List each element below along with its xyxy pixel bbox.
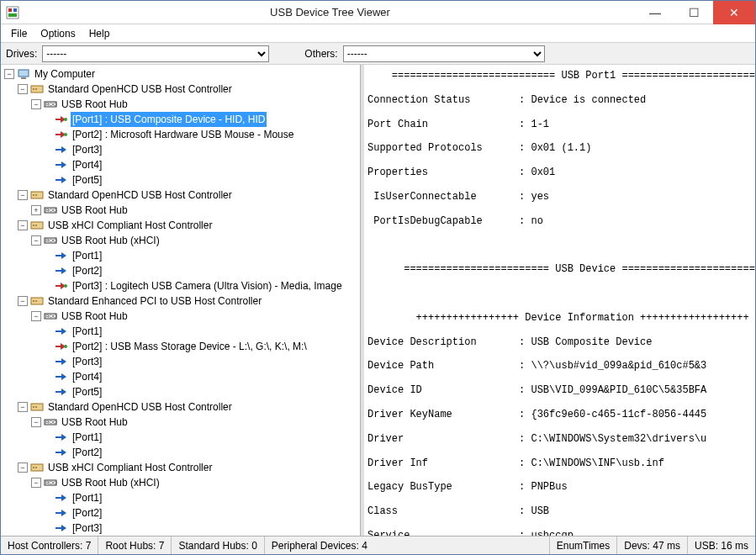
tree-port[interactable]: [Port4] xyxy=(3,157,360,172)
tree-port[interactable]: [Port2] xyxy=(3,263,360,278)
detail-line: Port Chain : 1-1 xyxy=(367,119,752,130)
port-icon xyxy=(55,143,68,156)
drives-select[interactable]: ------ xyxy=(42,45,269,62)
tree-port[interactable]: [Port1] xyxy=(3,490,360,505)
tree-host-controller[interactable]: − USB xHCI Compliant Host Controller xyxy=(3,460,360,475)
tree-label: USB Root Hub (xHCI) xyxy=(60,233,161,248)
controller-icon xyxy=(30,400,44,414)
tree-port[interactable]: [Port5] xyxy=(3,384,360,399)
expander-icon[interactable]: − xyxy=(18,190,28,200)
tree-root-hub[interactable]: − USB Root Hub xyxy=(3,97,360,112)
tree-port[interactable]: [Port2] xyxy=(3,445,360,460)
tree-port[interactable]: [Port4] xyxy=(3,369,360,384)
content: − My Computer − Standard OpenHCD USB Hos… xyxy=(1,65,755,536)
tree-pane[interactable]: − My Computer − Standard OpenHCD USB Hos… xyxy=(1,65,361,536)
expander-icon[interactable]: − xyxy=(18,84,28,94)
menubar: File Options Help xyxy=(1,24,755,43)
expander-icon[interactable]: − xyxy=(18,462,28,473)
expander-icon[interactable]: − xyxy=(18,402,28,412)
device-tree: − My Computer − Standard OpenHCD USB Hos… xyxy=(3,66,360,536)
port-icon xyxy=(55,325,68,338)
tree-label: Standard OpenHCD USB Host Controller xyxy=(46,188,234,203)
tree-host-controller[interactable]: − Standard OpenHCD USB Host Controller xyxy=(3,82,360,97)
hub-icon xyxy=(44,98,57,111)
tree-root-hub[interactable]: − USB Root Hub xyxy=(3,415,360,430)
drives-label: Drives: xyxy=(6,48,37,60)
expander-icon[interactable]: − xyxy=(31,417,41,427)
tree-port[interactable]: [Port3] xyxy=(3,142,360,157)
detail-line: Device ID : USB\VID_099A&PID_610C\5&35BF… xyxy=(367,384,752,396)
status-root-hubs: Root Hubs: 7 xyxy=(98,536,172,554)
tree-root-hub[interactable]: − USB Root Hub (xHCI) xyxy=(3,475,360,490)
tree-port[interactable]: [Port1] xyxy=(3,248,360,263)
tree-label: [Port1] xyxy=(71,324,103,339)
menu-file[interactable]: File xyxy=(4,26,34,41)
port-icon xyxy=(55,506,68,520)
detail-line: ======================== USB Device ====… xyxy=(367,263,752,275)
controller-icon xyxy=(30,461,44,474)
detail-line: PortIsDebugCapable : no xyxy=(367,215,752,227)
tree-port[interactable]: [Port2] : USB Mass Storage Device - L:\,… xyxy=(3,339,360,354)
tree-host-controller[interactable]: − Standard OpenHCD USB Host Controller xyxy=(3,399,360,415)
device-icon xyxy=(55,340,68,353)
detail-line: Connection Status : Device is connected xyxy=(367,94,752,106)
tree-port[interactable]: [Port3] xyxy=(3,521,360,536)
tree-label: [Port3] xyxy=(71,521,103,536)
port-icon xyxy=(55,431,68,444)
detail-pane[interactable]: =========================== USB Port1 ==… xyxy=(364,65,755,536)
port-icon xyxy=(55,491,68,505)
tree-root-hub[interactable]: − USB Root Hub xyxy=(3,309,360,324)
expander-icon[interactable]: − xyxy=(31,311,41,321)
tree-host-controller[interactable]: − Standard Enhanced PCI to USB Host Cont… xyxy=(3,293,360,309)
tree-port[interactable]: [Port1] xyxy=(3,324,360,339)
others-select[interactable]: ------ xyxy=(343,45,545,62)
maximize-button[interactable]: ☐ xyxy=(674,1,713,24)
expander-icon[interactable]: − xyxy=(4,69,14,79)
tree-label: USB xHCI Compliant Host Controller xyxy=(46,218,214,233)
expander-icon[interactable]: − xyxy=(31,235,41,246)
detail-line: +++++++++++++++++ Device Information +++… xyxy=(367,312,752,324)
tree-port[interactable]: [Port5] xyxy=(3,172,360,188)
expander-icon[interactable]: − xyxy=(18,220,28,230)
tree-port[interactable]: [Port3] : Logitech USB Camera (Ultra Vis… xyxy=(3,278,360,293)
expander-icon[interactable]: + xyxy=(31,205,41,215)
menu-options[interactable]: Options xyxy=(34,26,82,41)
tree-port[interactable]: [Port2] xyxy=(3,505,360,521)
port-icon xyxy=(55,521,68,535)
expander-icon[interactable]: − xyxy=(31,99,41,109)
tree-label: [Port4] xyxy=(71,369,103,384)
tree-root-hub[interactable]: + USB Root Hub xyxy=(3,203,360,218)
tree-port[interactable]: [Port3] xyxy=(3,354,360,369)
port-icon xyxy=(55,385,68,399)
tree-label: Standard OpenHCD USB Host Controller xyxy=(46,82,234,97)
tree-host-controller[interactable]: − Standard OpenHCD USB Host Controller xyxy=(3,188,360,203)
hub-icon xyxy=(44,234,57,247)
tree-root-hub[interactable]: − USB Root Hub (xHCI) xyxy=(3,233,360,248)
tree-label: My Computer xyxy=(33,66,97,82)
detail-line: Legacy BusType : PNPBus xyxy=(367,481,752,493)
detail-line: Driver KeyName : {36fc9e60-c465-11cf-805… xyxy=(367,409,752,420)
tree-label: USB Root Hub xyxy=(60,97,130,112)
tree-label: [Port2] xyxy=(71,263,103,278)
expander-icon[interactable]: − xyxy=(18,296,28,306)
detail-line: =========================== USB Port1 ==… xyxy=(367,70,752,82)
detail-line: Supported Protocols : 0x01 (1.1) xyxy=(367,142,752,154)
tree-host-controller[interactable]: − USB xHCI Compliant Host Controller xyxy=(3,218,360,233)
menu-help[interactable]: Help xyxy=(82,26,117,41)
detail-line: Device Description : USB Composite Devic… xyxy=(367,336,752,348)
expander-icon[interactable]: − xyxy=(31,478,41,488)
statusbar: Host Controllers: 7 Root Hubs: 7 Standar… xyxy=(1,536,755,554)
minimize-button[interactable]: — xyxy=(636,1,674,24)
tree-root[interactable]: − My Computer xyxy=(3,66,360,82)
status-enumtimes: EnumTimes xyxy=(550,536,618,554)
tree-label: [Port5] xyxy=(71,384,103,399)
tree-port[interactable]: [Port1] xyxy=(3,430,360,445)
close-button[interactable]: ✕ xyxy=(713,1,755,24)
tree-port-selected[interactable]: [Port1] : USB Composite Device - HID, HI… xyxy=(3,112,360,127)
app-icon xyxy=(6,6,19,19)
port-icon xyxy=(55,446,68,459)
tree-port[interactable]: [Port2] : Microsoft Hardware USB Mouse -… xyxy=(3,127,360,142)
tree-label: USB Root Hub xyxy=(60,203,130,218)
device-icon xyxy=(55,279,68,293)
tree-label: USB xHCI Compliant Host Controller xyxy=(46,460,214,475)
